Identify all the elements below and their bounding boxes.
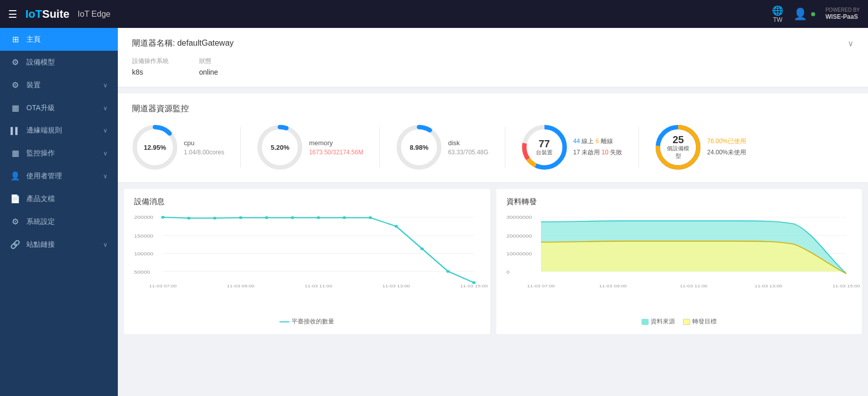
device-messages-legend-line — [279, 321, 290, 322]
ota-arrow-icon: ∨ — [103, 105, 108, 112]
language-selector[interactable]: 🌐 TW — [772, 5, 783, 23]
gateway-card: 閘道器名稱: defaultGateway ∨ 設備操作系統 k8s 狀態 on… — [118, 28, 868, 87]
models-count: 25 — [667, 135, 690, 145]
sidebar-item-links[interactable]: 🔗 站點鏈接 ∨ — [0, 233, 118, 256]
monitor-icon: ▦ — [10, 148, 20, 158]
svg-text:11-03 15:00: 11-03 15:00 — [832, 284, 859, 288]
sidebar-label-user-mgmt: 使用者管理 — [26, 172, 103, 181]
disk-info: disk 63.33/705.48G — [448, 139, 488, 156]
disk-donut: 8.98% — [396, 124, 442, 170]
sidebar-item-monitor[interactable]: ▦ 監控操作 ∨ — [0, 142, 118, 164]
device-icon: ⚙ — [10, 80, 20, 90]
user-profile[interactable]: 👤 — [793, 8, 815, 21]
device-messages-legend: 平臺接收的數量 — [134, 317, 480, 326]
sidebar-item-edge-rule[interactable]: ▌▌ 邊緣端規則 ∨ — [0, 119, 118, 142]
sidebar-item-device[interactable]: ⚙ 裝置 ∨ — [0, 74, 118, 96]
memory-gauge: 5.20% memory 1673.50/32174.56M — [257, 124, 363, 170]
globe-icon: 🌐 — [772, 5, 783, 16]
gateway-meta: 設備操作系統 k8s 狀態 online — [132, 57, 854, 77]
app-logo: IoTSuite — [25, 8, 70, 21]
svg-text:11-03 13:00: 11-03 13:00 — [382, 284, 410, 288]
svg-point-31 — [446, 270, 450, 273]
svg-text:20000000: 20000000 — [506, 234, 532, 239]
memory-info: memory 1673.50/32174.56M — [309, 139, 363, 156]
svg-text:200000: 200000 — [134, 215, 153, 220]
devices-inactive-stat: 17 未啟用 10 失敗 — [573, 147, 623, 158]
svg-point-30 — [421, 247, 424, 250]
target-legend-box — [683, 319, 690, 325]
sidebar-label-monitor: 監控操作 — [26, 149, 103, 158]
disk-percent-label: 8.98% — [410, 144, 429, 151]
disk-gauge: 8.98% disk 63.33/705.48G — [396, 124, 488, 170]
devices-gauge: 77 台裝置 44 線上 6 離線 17 未啟用 10 失敗 — [522, 124, 623, 170]
edge-rule-arrow-icon: ∨ — [103, 127, 108, 134]
sidebar-item-settings[interactable]: ⚙ 系統設定 — [0, 210, 118, 233]
device-arrow-icon: ∨ — [103, 82, 108, 89]
monitor-arrow-icon: ∨ — [103, 150, 108, 157]
svg-text:11-03 15:00: 11-03 15:00 — [460, 284, 488, 288]
gateway-status-label: 狀態 — [199, 57, 218, 65]
cpu-gauge: 12.95% cpu 1.04/8.00cores — [132, 124, 224, 170]
sidebar-item-device-model[interactable]: ⚙ 設備模型 — [0, 51, 118, 74]
memory-title: memory — [309, 139, 363, 147]
memory-detail: 1673.50/32174.56M — [309, 149, 363, 156]
topbar: ☰ IoTSuite IoT Edge 🌐 TW 👤 POWERED BY WI… — [0, 0, 868, 28]
svg-point-28 — [369, 216, 372, 219]
svg-point-21 — [187, 217, 190, 219]
svg-text:10000000: 10000000 — [506, 252, 532, 257]
sidebar-item-docs[interactable]: 📄 產品文檔 — [0, 187, 118, 210]
gateway-os-value: k8s — [132, 68, 143, 76]
divider-3 — [505, 127, 505, 168]
divider-4 — [638, 127, 639, 168]
user-icon: 👤 — [793, 8, 807, 21]
topbar-right: 🌐 TW 👤 POWERED BY WISE-PaaS — [772, 5, 860, 23]
memory-donut: 5.20% — [257, 124, 303, 170]
data-relay-title: 資料轉發 — [506, 197, 852, 207]
user-mgmt-icon: 👤 — [10, 171, 20, 181]
gateway-status-item: 狀態 online — [199, 57, 218, 77]
device-messages-title: 設備消息 — [134, 197, 480, 207]
svg-text:11-03 09:00: 11-03 09:00 — [599, 284, 626, 288]
devices-count: 77 — [536, 139, 553, 149]
powered-by: POWERED BY WISE-PaaS — [825, 7, 860, 21]
user-mgmt-arrow-icon: ∨ — [103, 173, 108, 180]
source-legend-box — [641, 319, 649, 325]
gateway-collapse-button[interactable]: ∨ — [848, 39, 854, 48]
cpu-percent-label: 12.95% — [144, 144, 166, 151]
menu-icon[interactable]: ☰ — [8, 8, 17, 20]
sidebar-label-docs: 產品文檔 — [26, 194, 108, 204]
ota-icon: ▦ — [10, 103, 20, 113]
sidebar-label-settings: 系統設定 — [26, 217, 108, 226]
gateway-os-item: 設備操作系統 k8s — [132, 57, 169, 77]
monitor-title: 閘道器資源監控 — [132, 104, 854, 114]
device-messages-legend-label: 平臺接收的數量 — [292, 317, 334, 326]
disk-detail: 63.33/705.48G — [448, 149, 488, 156]
sidebar-item-user-mgmt[interactable]: 👤 使用者管理 ∨ — [0, 164, 118, 187]
svg-point-25 — [291, 216, 294, 219]
device-messages-chart: 200000 150000 100000 50000 — [134, 213, 480, 314]
sidebar-item-home[interactable]: ⊞ 主頁 — [0, 28, 118, 51]
svg-point-26 — [317, 216, 320, 219]
app-title: IoT Edge — [78, 10, 111, 19]
charts-row: 設備消息 200000 150000 100000 50000 — [118, 183, 868, 340]
cpu-title: cpu — [184, 139, 224, 147]
svg-text:11-03 07:00: 11-03 07:00 — [527, 284, 554, 288]
online-status-dot — [811, 12, 815, 16]
devices-stats: 44 線上 6 離線 17 未啟用 10 失敗 — [573, 136, 623, 158]
sidebar-item-ota[interactable]: ▦ OTA升級 ∨ — [0, 96, 118, 119]
divider-2 — [379, 127, 380, 168]
devices-online-stat: 44 線上 6 離線 — [573, 136, 623, 147]
devices-unit: 台裝置 — [536, 149, 553, 156]
content-area: 閘道器名稱: defaultGateway ∨ 設備操作系統 k8s 狀態 on… — [118, 28, 868, 396]
svg-point-20 — [161, 216, 165, 218]
sidebar: ⊞ 主頁 ⚙ 設備模型 ⚙ 裝置 ∨ ▦ OTA升級 ∨ ▌▌ 邊緣端規則 ∨ … — [0, 28, 118, 396]
settings-icon: ⚙ — [10, 217, 20, 226]
svg-point-24 — [265, 216, 268, 219]
target-legend-label: 轉發目標 — [692, 317, 717, 326]
gateway-os-label: 設備操作系統 — [132, 57, 169, 65]
disk-title: disk — [448, 139, 488, 147]
svg-text:30000000: 30000000 — [506, 215, 532, 220]
sidebar-label-device: 裝置 — [26, 81, 103, 90]
models-used-stat: 76.00%已使用 — [707, 136, 746, 147]
links-icon: 🔗 — [10, 240, 20, 249]
